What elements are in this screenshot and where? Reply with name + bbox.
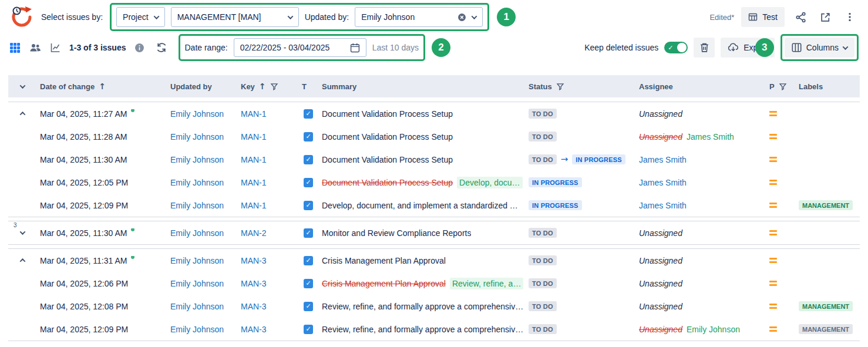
labels-cell: MANAGEMENT <box>795 324 860 334</box>
issue-key-link[interactable]: MAN-1 <box>241 155 267 164</box>
sort-ascending-icon[interactable]: ↑ <box>259 82 266 90</box>
issue-key-link[interactable]: MAN-1 <box>241 178 267 187</box>
assignee-cell: Unassigned <box>635 279 766 288</box>
table-view-icon <box>748 12 758 22</box>
updated-by-link[interactable]: Emily Johnson <box>170 302 224 311</box>
key-cell: MAN-2 <box>237 228 297 238</box>
keep-deleted-toggle[interactable] <box>664 42 688 53</box>
updated-by-link[interactable]: Emily Johnson <box>170 228 224 238</box>
clear-icon[interactable] <box>457 13 466 22</box>
toolbar: 1-3 of 3 issues Date range: 02/22/2025 -… <box>0 34 868 61</box>
date-range-preset: Last 10 days <box>372 43 419 52</box>
issue-key-link[interactable]: MAN-3 <box>241 325 267 334</box>
issue-key-link[interactable]: MAN-3 <box>241 256 267 265</box>
assignee-unassigned: Unassigned <box>639 256 682 265</box>
issue-key-link[interactable]: MAN-1 <box>241 201 267 210</box>
col-label: Updated by <box>170 82 212 91</box>
issue-key-link[interactable]: MAN-3 <box>241 279 267 288</box>
issue-key-link[interactable]: MAN-3 <box>241 302 267 311</box>
col-updated-by[interactable]: Updated by <box>167 82 237 91</box>
collapse-all-icon[interactable] <box>15 79 29 93</box>
key-cell: MAN-3 <box>237 279 297 288</box>
old-assignee: Unassigned <box>639 325 682 334</box>
status-badge-new: IN PROGRESS <box>572 154 625 164</box>
issue-history-page: Select issues by: Project MANAGEMENT [MA… <box>0 0 868 347</box>
assignee-link[interactable]: James Smith <box>639 201 687 210</box>
info-icon[interactable] <box>134 43 144 53</box>
updated-by-link[interactable]: Emily Johnson <box>170 201 224 210</box>
collapse-group-icon[interactable] <box>15 254 29 268</box>
updated-by-select[interactable]: Emily Johnson <box>355 7 483 27</box>
label-badge: MANAGEMENT <box>799 301 853 311</box>
project-value: MANAGEMENT [MAN] <box>177 12 282 22</box>
collapse-group-icon[interactable] <box>15 107 29 121</box>
updated-by-link[interactable]: Emily Johnson <box>170 325 224 334</box>
status-cell: TO DO <box>525 255 635 265</box>
columns-button[interactable]: Columns <box>785 38 854 58</box>
users-view-button[interactable] <box>29 42 41 53</box>
table-view-button[interactable] <box>9 42 21 53</box>
priority-medium-icon <box>769 258 777 263</box>
refresh-button[interactable] <box>153 38 170 58</box>
change-date: Mar 04, 2025, 12:05 PM <box>40 178 128 187</box>
assignee-link[interactable]: James Smith <box>639 178 687 187</box>
assignee-cell: Unassigned <box>635 228 766 238</box>
col-status[interactable]: Status <box>525 82 635 91</box>
issue-key-link[interactable]: MAN-2 <box>241 228 267 238</box>
col-summary[interactable]: Summary <box>318 82 525 91</box>
issue-key-link[interactable]: MAN-1 <box>241 132 267 142</box>
status-badge: IN PROGRESS <box>529 200 582 210</box>
updated-by-link[interactable]: Emily Johnson <box>170 279 224 288</box>
col-type[interactable]: T <box>297 82 318 91</box>
select-issues-by-label: Select issues by: <box>41 12 103 22</box>
change-date: Mar 04, 2025, 12:09 PM <box>40 201 128 210</box>
col-assignee[interactable]: Assignee <box>635 82 766 91</box>
issue-key-link[interactable]: MAN-1 <box>241 109 267 119</box>
change-date: Mar 04, 2025, 12:09 PM <box>40 325 128 334</box>
summary-text: Crisis Management Plan Approval <box>322 256 446 265</box>
group-change-count: 3 <box>14 222 17 228</box>
project-select[interactable]: MANAGEMENT [MAN] <box>171 7 299 27</box>
col-priority[interactable]: P <box>766 82 795 91</box>
summary-cell: Crisis Management Plan Approval <box>318 256 525 265</box>
updated-by-link[interactable]: Emily Johnson <box>170 132 224 142</box>
updated-by-cell: Emily Johnson <box>167 155 237 164</box>
delete-button[interactable] <box>694 38 715 58</box>
col-label: T <box>302 82 307 91</box>
col-date-of-change[interactable]: Date of change ↑ <box>36 82 167 91</box>
status-badge: TO DO <box>529 324 557 334</box>
labels-cell: MANAGEMENT <box>795 200 860 210</box>
issue-group: Mar 04, 2025, 11:31 AMEmily JohnsonMAN-3… <box>8 248 860 341</box>
col-label: Labels <box>799 82 823 91</box>
expand-group-icon[interactable]: 3 <box>15 226 29 240</box>
col-key[interactable]: Key ↑ <box>237 82 297 91</box>
filter-icon[interactable] <box>556 83 564 90</box>
filter-icon[interactable] <box>270 83 278 90</box>
result-count: 1-3 of 3 issues <box>69 43 126 52</box>
sort-ascending-icon[interactable]: ↑ <box>99 82 106 90</box>
old-summary: Document Validation Process Setup <box>322 178 453 187</box>
priority-cell <box>766 281 795 286</box>
filter-type-select[interactable]: Project <box>116 7 165 27</box>
updated-by-link[interactable]: Emily Johnson <box>170 109 224 119</box>
status-badge: TO DO <box>529 301 557 311</box>
col-labels[interactable]: Labels <box>795 82 860 91</box>
updated-by-link[interactable]: Emily Johnson <box>170 256 224 265</box>
issue-table-body: Mar 04, 2025, 11:27 AMEmily JohnsonMAN-1… <box>8 102 860 341</box>
updated-by-link[interactable]: Emily Johnson <box>170 155 224 164</box>
updated-by-link[interactable]: Emily Johnson <box>170 178 224 187</box>
share-button[interactable] <box>792 7 809 27</box>
calendar-icon[interactable] <box>350 43 360 53</box>
saved-view-button[interactable]: Test <box>741 7 785 27</box>
new-assignee: Emily Johnson <box>687 325 740 334</box>
assignee-unassigned: Unassigned <box>639 228 682 238</box>
type-cell <box>297 132 318 142</box>
activity-chart-view-button[interactable] <box>50 42 61 53</box>
date-range-input[interactable]: 02/22/2025 - 03/04/2025 <box>234 38 366 57</box>
open-in-window-button[interactable] <box>816 7 834 27</box>
more-actions-button[interactable] <box>841 7 859 27</box>
type-cell <box>297 109 318 119</box>
assignee-link[interactable]: James Smith <box>639 155 687 164</box>
filter-icon[interactable] <box>779 83 787 90</box>
assignee-unassigned: Unassigned <box>639 279 682 288</box>
